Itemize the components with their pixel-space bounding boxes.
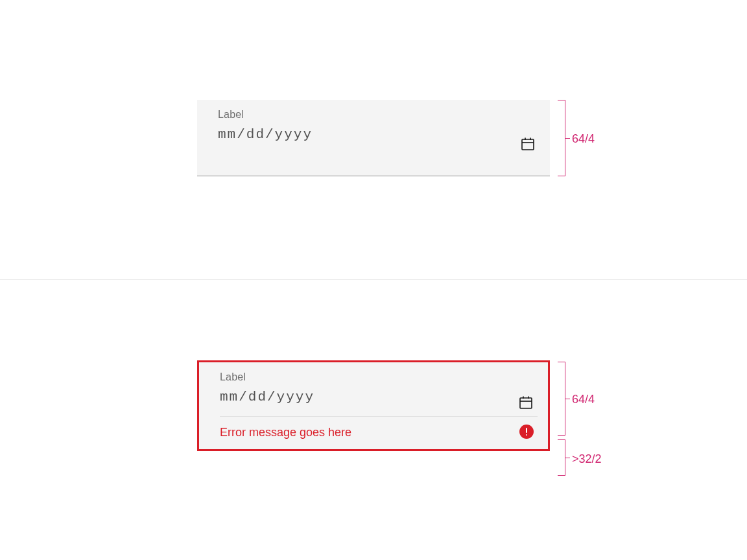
calendar-icon[interactable]	[520, 136, 536, 152]
error-icon	[519, 425, 534, 439]
svg-rect-0	[522, 139, 534, 150]
spec-value: 64/4	[572, 393, 595, 406]
error-message: Error message goes here	[220, 426, 538, 439]
field-placeholder: mm/dd/yyyy	[218, 127, 540, 142]
spec-value: >32/2	[572, 452, 602, 466]
spec-value: 64/4	[572, 132, 595, 146]
field-placeholder: mm/dd/yyyy	[220, 390, 538, 404]
calendar-icon[interactable]	[518, 395, 534, 410]
svg-rect-9	[526, 428, 527, 433]
spec-section-default: Label mm/dd/yyyy 64/4	[0, 0, 747, 280]
svg-rect-4	[520, 398, 532, 408]
field-label: Label	[220, 371, 538, 383]
svg-rect-10	[526, 434, 527, 436]
field-label: Label	[218, 109, 540, 121]
date-input-field[interactable]: Label mm/dd/yyyy	[197, 100, 550, 176]
date-input-field-error[interactable]: Label mm/dd/yyyy Error message goes here	[197, 360, 550, 451]
spec-section-error: Label mm/dd/yyyy Error message goes here	[0, 280, 747, 560]
